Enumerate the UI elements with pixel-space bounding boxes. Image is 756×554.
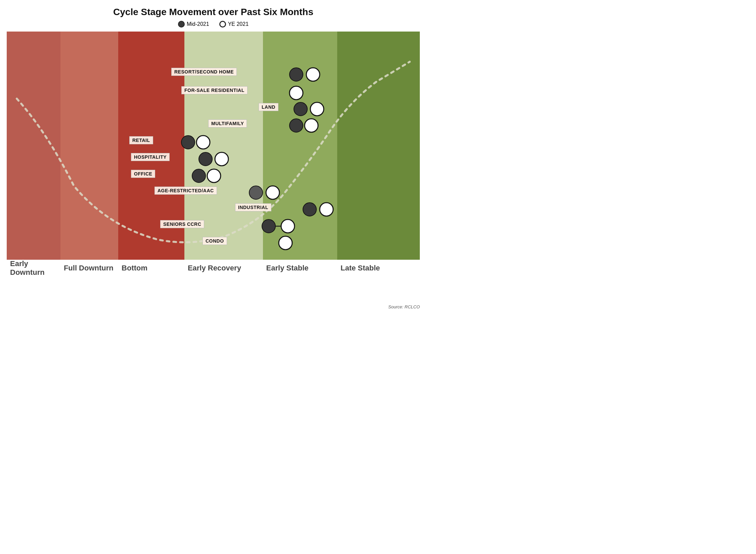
label-land: LAND xyxy=(259,103,278,111)
zone-label-early-stable: Early Stable xyxy=(263,260,337,276)
legend-ye2021-icon xyxy=(219,21,226,28)
zone-early-downturn xyxy=(7,32,60,260)
label-condo: CONDO xyxy=(203,237,227,245)
zone-label-early-downturn: Early Downturn xyxy=(7,260,60,276)
label-seniors: SENIORS CCRC xyxy=(160,220,204,228)
zone-label-late-stable: Late Stable xyxy=(337,260,420,276)
legend-ye2021-label: YE 2021 xyxy=(228,21,249,27)
legend-ye2021: YE 2021 xyxy=(219,21,249,28)
legend-mid2021: Mid-2021 xyxy=(178,21,209,28)
zone-late-stable xyxy=(337,32,420,260)
legend-mid2021-label: Mid-2021 xyxy=(187,21,209,27)
chart-container: Cycle Stage Movement over Past Six Month… xyxy=(0,0,427,312)
label-resort: RESORT/SECOND HOME xyxy=(171,68,237,76)
label-hospitality: HOSPITALITY xyxy=(131,153,170,161)
zones-wrapper: RESORT/SECOND HOME FOR-SALE RESIDENTIAL … xyxy=(7,32,420,276)
legend-mid2021-icon xyxy=(178,21,185,28)
zones-background xyxy=(7,32,420,260)
label-retail: RETAIL xyxy=(129,136,153,144)
legend: Mid-2021 YE 2021 xyxy=(7,21,420,28)
chart-title: Cycle Stage Movement over Past Six Month… xyxy=(7,7,420,17)
zone-label-full-downturn: Full Downturn xyxy=(60,260,118,276)
zone-labels: Early DownturnFull DownturnBottomEarly R… xyxy=(7,260,420,276)
label-office: OFFICE xyxy=(131,170,155,178)
label-industrial: INDUSTRIAL xyxy=(235,203,271,211)
zone-label-early-recovery: Early Recovery xyxy=(184,260,263,276)
label-for-sale: FOR-SALE RESIDENTIAL xyxy=(181,86,248,94)
label-multifamily: MULTIFAMILY xyxy=(208,119,247,128)
zone-full-downturn xyxy=(60,32,118,260)
label-age-restricted: AGE-RESTRICTED/AAC xyxy=(154,187,217,195)
zone-label-bottom: Bottom xyxy=(118,260,184,276)
zone-early-stable xyxy=(263,32,337,260)
source-text: Source: RCLCO xyxy=(388,304,420,309)
